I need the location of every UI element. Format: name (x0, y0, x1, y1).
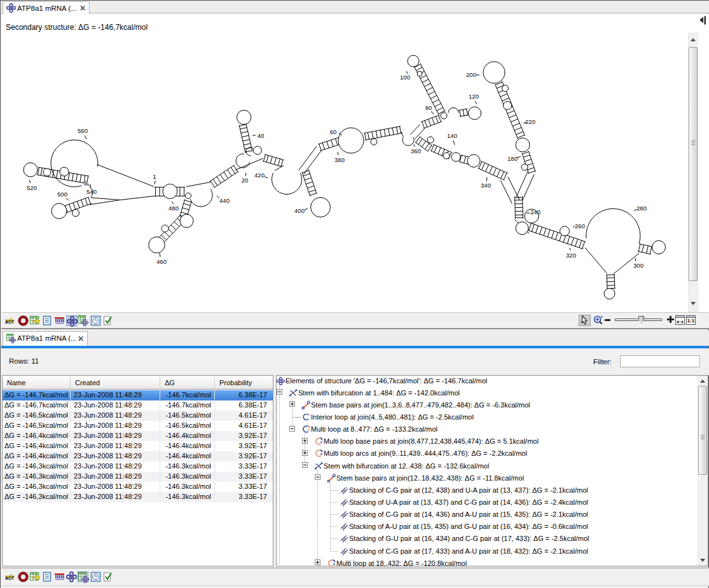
svg-text:20: 20 (242, 177, 249, 184)
svg-text:ACT: ACT (5, 576, 15, 580)
svg-text:1: 1 (153, 173, 156, 180)
svg-text:440: 440 (219, 197, 230, 204)
svg-text:180: 180 (507, 155, 518, 162)
svg-text:240: 240 (530, 209, 540, 215)
svg-text:300: 300 (633, 262, 644, 269)
svg-text:420: 420 (254, 172, 265, 179)
svg-text:460: 460 (156, 258, 167, 265)
svg-text:380: 380 (334, 156, 345, 163)
svg-text:60: 60 (330, 128, 337, 135)
svg-text:100: 100 (400, 74, 410, 81)
svg-text:540: 540 (86, 188, 97, 195)
svg-text:ACT: ACT (5, 320, 15, 324)
svg-text:320: 320 (566, 252, 576, 259)
svg-text:140: 140 (447, 132, 457, 139)
svg-text:360: 360 (411, 147, 421, 154)
svg-text:220: 220 (525, 118, 535, 125)
svg-text:480: 480 (169, 205, 179, 212)
svg-text:80: 80 (425, 104, 432, 111)
svg-text:40: 40 (258, 132, 265, 139)
svg-text:340: 340 (481, 182, 491, 189)
svg-text:520: 520 (27, 184, 37, 191)
svg-text:280: 280 (637, 205, 647, 212)
svg-text:500: 500 (57, 191, 67, 198)
svg-text:260: 260 (575, 222, 585, 229)
svg-text:400: 400 (294, 207, 305, 214)
svg-text:120: 120 (469, 93, 479, 100)
svg-text:560: 560 (78, 127, 88, 134)
svg-text:200: 200 (466, 71, 476, 78)
